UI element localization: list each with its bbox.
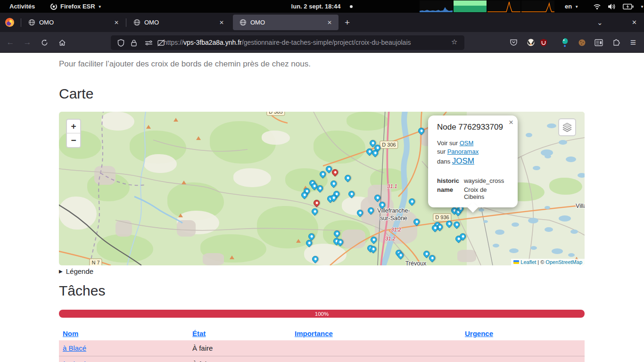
legend-arrow-icon: ▶ (59, 269, 63, 274)
window-close-button[interactable]: ✕ (632, 13, 637, 32)
map-lake (568, 253, 575, 257)
map-lake (479, 208, 484, 212)
map-route-number: 31.2 (385, 236, 395, 241)
reload-button[interactable] (39, 37, 50, 48)
firefox-logo-icon (5, 13, 14, 32)
zoom-control: + − (66, 119, 81, 148)
task-link[interactable]: à Blacé (63, 360, 86, 362)
map-peak-icon (296, 239, 301, 243)
memory-graph-icon (454, 0, 487, 12)
zoom-in-button[interactable]: + (67, 120, 80, 133)
cpu-graph-icon (420, 0, 453, 12)
chevron-down-icon: ▼ (640, 5, 644, 9)
map-peak-icon (182, 181, 186, 184)
map-peak-icon (196, 136, 201, 140)
sort-urgence-link[interactable]: Urgence (465, 329, 493, 337)
map-lake (570, 230, 578, 234)
firefox-nav-toolbar: ← → https://vps-3fba2a8a.ynh.fr/gestionn… (0, 32, 644, 53)
forward-button[interactable]: → (22, 37, 33, 48)
map-lake (533, 166, 540, 170)
url-text: https://vps-3fba2a8a.ynh.fr/gestionnaire… (164, 39, 411, 46)
leaflet-link[interactable]: Leaflet (520, 259, 536, 265)
notification-dot (350, 5, 353, 8)
legend-toggle[interactable]: ▶ Légende (59, 267, 93, 275)
sort-etat-link[interactable]: État (192, 329, 206, 337)
table-row[interactable]: à Blacé À faire (59, 356, 585, 362)
map-lake (528, 218, 538, 223)
layers-icon (562, 123, 572, 132)
map-place-label: Trévoux (405, 260, 427, 265)
new-tab-button[interactable]: + (345, 13, 350, 32)
volume-icon (608, 3, 616, 10)
home-button[interactable] (57, 37, 68, 48)
extensions-puzzle-icon[interactable] (611, 37, 622, 48)
map-lake (545, 227, 553, 232)
ukraine-flag-icon (513, 260, 519, 264)
panoramax-link[interactable]: Panoramax (447, 148, 479, 155)
list-all-tabs-button[interactable]: ⌄ (597, 13, 603, 32)
map-route-number: 31.1 (387, 183, 397, 189)
progress-label: 100% (315, 311, 329, 317)
tab-2[interactable]: OMO ✕ (128, 15, 230, 30)
table-row[interactable]: à Blacé À faire (59, 340, 585, 356)
tab-1[interactable]: OMO ✕ (23, 15, 124, 30)
map-lake (545, 155, 551, 158)
firefox-tab-bar: OMO ✕ OMO ✕ OMO ✕ + ⌄ ✕ (0, 13, 644, 32)
tasks-table: Nom État Importance Urgence à Blacé À fa… (59, 326, 585, 362)
progress-bar: 100% (59, 310, 585, 318)
map-peak-icon (178, 214, 183, 217)
extension-pin-icon[interactable] (559, 37, 570, 48)
josm-link[interactable]: JOSM (452, 156, 474, 165)
task-link[interactable]: à Blacé (63, 344, 86, 352)
back-button[interactable]: ← (5, 37, 16, 48)
map-lake (509, 248, 519, 253)
tab-close-icon[interactable]: ✕ (325, 19, 334, 26)
map-peak-icon (230, 255, 234, 259)
privacy-badger-icon[interactable] (525, 37, 537, 48)
tab-separator (126, 18, 126, 27)
map-section-heading: Carte (59, 86, 93, 102)
osm-link[interactable]: OSM (460, 140, 474, 147)
lock-icon[interactable] (131, 39, 138, 47)
tasks-section-heading: Tâches (59, 283, 105, 299)
map-lake (493, 244, 499, 247)
system-status-area[interactable]: ▼ (593, 0, 644, 13)
bookmark-star-icon[interactable]: ☆ (451, 38, 457, 46)
page-content: Pour faciliter l’ajouter des croix de bo… (0, 53, 644, 362)
tab-close-icon[interactable]: ✕ (112, 19, 121, 26)
map-lake (512, 222, 519, 227)
reader-card-icon[interactable] (593, 37, 604, 48)
url-bar[interactable]: https://vps-3fba2a8a.ynh.fr/gestionnaire… (111, 35, 464, 50)
sort-nom-link[interactable]: Nom (63, 329, 78, 337)
chevron-down-icon: ▼ (575, 5, 578, 9)
map-road-label: D 385 (266, 112, 285, 116)
battery-icon (623, 4, 634, 9)
layers-control[interactable] (558, 118, 576, 136)
system-monitor-applet[interactable] (420, 0, 554, 13)
map-lake (559, 140, 567, 145)
map-lake (530, 246, 537, 250)
hamburger-menu-icon[interactable]: ≡ (627, 37, 639, 48)
zoom-out-button[interactable]: − (67, 133, 80, 147)
cookie-icon[interactable] (576, 37, 587, 48)
tab-3-active[interactable]: OMO ✕ (233, 15, 339, 30)
keyboard-layout-indicator[interactable]: en ▼ (565, 0, 578, 13)
map-popup: × Node 7762933709 Voir sur OSM sur Panor… (428, 115, 518, 207)
ublock-origin-icon[interactable] (538, 37, 549, 48)
map-lake (526, 133, 532, 137)
map-lake (545, 206, 550, 209)
table-header-row: Nom État Importance Urgence (59, 326, 585, 340)
popup-tag-table: historicwayside_cross nameCroix de Cibei… (437, 176, 509, 201)
globe-icon (28, 19, 35, 26)
popup-close-button[interactable]: × (509, 118, 513, 127)
map-road-label: D 306 (380, 141, 398, 149)
tracking-shield-icon[interactable] (117, 39, 125, 47)
pocket-icon[interactable] (508, 37, 519, 48)
map-lake (552, 248, 563, 254)
wifi-icon (593, 3, 601, 10)
leaflet-map[interactable]: D 385D 306D 936N 731.131.231.2Villefranc… (59, 112, 585, 265)
openstreetmap-link[interactable]: OpenStreetMap (545, 259, 582, 265)
permissions-icon[interactable] (145, 39, 152, 47)
tab-close-icon[interactable]: ✕ (217, 19, 226, 26)
sort-importance-link[interactable]: Importance (295, 329, 333, 337)
